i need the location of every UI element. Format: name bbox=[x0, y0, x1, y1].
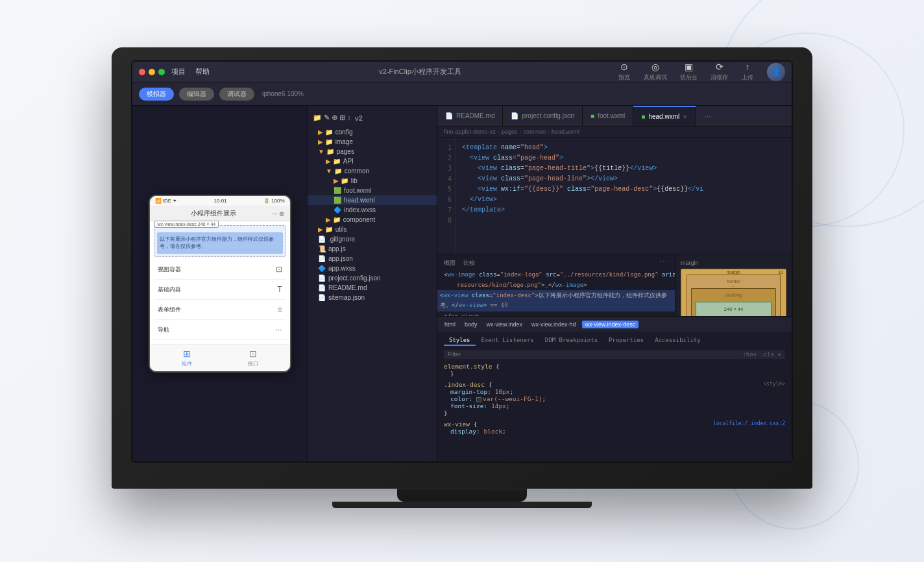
close-window-btn[interactable] bbox=[139, 69, 145, 75]
tree-item-foot-wxml[interactable]: 🟩 foot.wxml bbox=[308, 186, 437, 195]
tree-item-label: head.wxml bbox=[344, 197, 375, 204]
code-line-7: </template> bbox=[462, 205, 785, 215]
clear-cache-label: 清缓存 bbox=[711, 73, 728, 82]
simulator-btn[interactable]: 模拟器 bbox=[139, 88, 174, 101]
tab-readme[interactable]: 📄 README.md bbox=[437, 106, 503, 126]
bm-margin-value: 10 bbox=[778, 270, 783, 275]
toolbar-real-machine[interactable]: ◎ 真机调试 bbox=[644, 62, 667, 82]
tab-head-wxml[interactable]: ■ head.wxml ✕ bbox=[633, 106, 696, 126]
tree-item-label: utils bbox=[335, 226, 347, 233]
tree-item-app-wxss[interactable]: 🔷 app.wxss bbox=[308, 263, 437, 273]
file-icon: 📄 bbox=[318, 255, 326, 262]
css-prop: color bbox=[450, 395, 469, 402]
tree-item-lib[interactable]: ▶ 📁 lib bbox=[308, 176, 437, 186]
html-line-2[interactable]: <wx-view class="index-desc">以下将展示小程序官方组件… bbox=[437, 290, 675, 312]
code-line-8 bbox=[462, 215, 785, 226]
phone-status-right: 🔋 100% bbox=[263, 198, 285, 204]
toolbar-upload[interactable]: ↑ 上传 bbox=[741, 62, 754, 82]
tree-item-pages[interactable]: ▼ 📁 pages bbox=[308, 147, 437, 156]
tab-label: head.wxml bbox=[648, 113, 679, 120]
devtools-upper: 概图 比较 ··· <wx-image class="index-logo" s… bbox=[437, 254, 792, 316]
minimize-window-btn[interactable] bbox=[149, 69, 155, 75]
tree-item-component[interactable]: ▶ 📁 component bbox=[308, 215, 437, 225]
debugger-btn[interactable]: 调试器 bbox=[219, 88, 254, 101]
tab-project-config[interactable]: 📄 project.config.json bbox=[503, 106, 583, 126]
code-line-3: <view class="page-head-title">{{title}}<… bbox=[462, 164, 785, 174]
phone-nav-item-1[interactable]: ⊡ 接口 bbox=[248, 348, 258, 367]
element-tag-body[interactable]: body bbox=[461, 321, 481, 328]
phone-section-icon-2: ≡ bbox=[277, 305, 282, 314]
folder-icon: ▶ 📁 bbox=[318, 128, 333, 136]
tree-item-config[interactable]: ▶ 📁 config bbox=[308, 127, 437, 137]
phone-title-bar: 小程序组件展示 ··· ⊕ bbox=[150, 206, 290, 221]
tree-root-label: v2 bbox=[355, 114, 363, 122]
element-tag-wx-view-index-hd[interactable]: wx-view.index-hd bbox=[528, 321, 579, 328]
upload-label: 上传 bbox=[742, 73, 753, 82]
phone-section-0[interactable]: 视图容器 ⊡ bbox=[154, 260, 286, 280]
tab-dom-breakpoints[interactable]: DOM Breakpoints bbox=[540, 336, 603, 346]
file-tree-panel: 📁 ✎ ⊕ ⊞ ↕ v2 ▶ 📁 config ▶ 📁 image ▼ bbox=[308, 106, 437, 461]
element-tag-wx-view-index[interactable]: wx-view.index bbox=[483, 321, 526, 328]
tree-item-index-wxss[interactable]: 🔷 index.wxss bbox=[308, 205, 437, 215]
tree-item-head-wxml[interactable]: 🟩 head.wxml bbox=[308, 195, 437, 205]
tree-item-app-json[interactable]: 📄 app.json bbox=[308, 254, 437, 263]
tab-foot-wxml[interactable]: ■ foot.wxml bbox=[583, 106, 633, 126]
tree-item-app-js[interactable]: 📜 app.js bbox=[308, 244, 437, 254]
ide-window: 项目 帮助 v2-FinClip小程序开发工具 ⊙ 预览 ◎ 真机调试 bbox=[132, 62, 792, 461]
laptop-base bbox=[332, 502, 592, 508]
window-controls bbox=[139, 69, 165, 75]
line-numbers: 1 2 3 4 5 6 7 8 bbox=[437, 138, 456, 254]
filter-input[interactable] bbox=[448, 351, 500, 358]
toolbar-preview[interactable]: ⊙ 预览 bbox=[618, 62, 631, 82]
phone-nav-icon-0: ⊞ bbox=[183, 348, 191, 359]
tree-item-gitignore[interactable]: 📄 .gitignore bbox=[308, 234, 437, 244]
breadcrumb-part-0: fino-applet-demo-v2 bbox=[444, 128, 496, 135]
menu-project[interactable]: 项目 bbox=[171, 67, 186, 77]
toolbar-clear-cache[interactable]: ⟳ 清缓存 bbox=[711, 62, 728, 82]
tab-accessibility[interactable]: Accessibility bbox=[650, 336, 705, 346]
phone-section-2[interactable]: 表单组件 ≡ bbox=[154, 300, 286, 320]
code-line-6: </view> bbox=[462, 195, 785, 205]
more-tabs-btn[interactable]: ··· bbox=[699, 112, 716, 121]
code-content[interactable]: <template name="head"> <view class="page… bbox=[456, 138, 792, 254]
element-tag-html[interactable]: html bbox=[441, 321, 459, 328]
phone-section-1[interactable]: 基础内容 T bbox=[154, 280, 286, 300]
tab-styles[interactable]: Styles bbox=[444, 336, 476, 346]
phone-nav-label-1: 接口 bbox=[248, 360, 258, 367]
tab-close-btn[interactable]: ✕ bbox=[683, 114, 688, 120]
file-icon: 📄 bbox=[318, 284, 326, 291]
css-block-index-desc: .index-desc { <style> margin-top: 10px; … bbox=[444, 381, 785, 417]
element-tag-wx-view-index-desc[interactable]: wx-view.index-desc bbox=[582, 321, 639, 328]
tree-item-api[interactable]: ▶ 📁 API bbox=[308, 156, 437, 166]
tree-item-readme[interactable]: 📄 README.md bbox=[308, 283, 437, 293]
tree-item-label: image bbox=[335, 138, 353, 145]
tree-item-project-config[interactable]: 📄 project.config.json bbox=[308, 273, 437, 283]
editor-body: 1 2 3 4 5 6 7 8 <template name="head"> bbox=[437, 138, 792, 254]
tree-item-utils[interactable]: ▶ 📁 utils bbox=[308, 225, 437, 234]
tree-item-common[interactable]: ▼ 📁 common bbox=[308, 166, 437, 176]
tab-icon: 📄 bbox=[511, 112, 518, 119]
styles-tabs: Styles Event Listeners DOM Breakpoints P… bbox=[444, 336, 785, 346]
bm-border-label: border bbox=[691, 279, 776, 284]
breadcrumb-part-3: head.wxml bbox=[552, 128, 579, 135]
toolbar-cut[interactable]: ▣ 切后台 bbox=[680, 62, 698, 82]
filter-bar: :hov .cls + bbox=[444, 350, 785, 359]
element-tags-bar: html body wx-view.index wx-view.index-hd… bbox=[437, 316, 792, 332]
html-line-3: </wx-view> bbox=[444, 312, 668, 316]
menu-help[interactable]: 帮助 bbox=[195, 67, 210, 77]
phone-section-3[interactable]: 导航 ··· bbox=[154, 320, 286, 340]
folder-icon: ▶ 📁 bbox=[318, 138, 333, 145]
phone-section-icon-3: ··· bbox=[275, 325, 282, 334]
tab-event-listeners[interactable]: Event Listeners bbox=[476, 336, 539, 346]
tree-item-image[interactable]: ▶ 📁 image bbox=[308, 137, 437, 147]
phone-nav-item-0[interactable]: ⊞ 组件 bbox=[182, 348, 192, 367]
editor-btn[interactable]: 编辑器 bbox=[179, 88, 214, 101]
tree-item-sitemap[interactable]: 📄 sitemap.json bbox=[308, 293, 437, 302]
tab-properties[interactable]: Properties bbox=[603, 336, 649, 346]
user-avatar[interactable]: 👤 bbox=[767, 63, 785, 81]
devtools-panel-options: ··· bbox=[659, 258, 668, 267]
css-prop: font-size bbox=[450, 402, 483, 409]
css-selector: .index-desc bbox=[444, 381, 489, 388]
maximize-window-btn[interactable] bbox=[158, 69, 165, 75]
tree-item-label: app.json bbox=[328, 255, 353, 262]
